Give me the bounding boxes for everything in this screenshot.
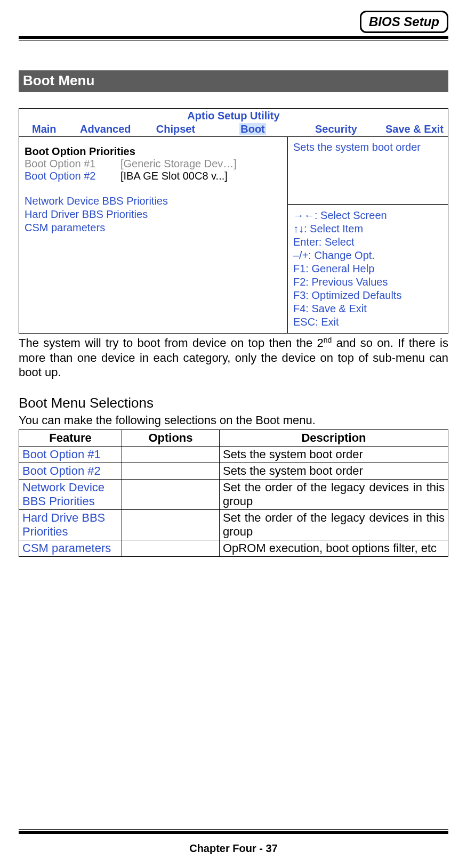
selections-lead: You can make the following selections on…: [19, 413, 448, 427]
tab-security[interactable]: Security: [315, 123, 385, 135]
cell-feature: Network Device BBS Priorities: [19, 479, 122, 509]
key-f2: F2: Previous Values: [293, 275, 442, 289]
key-screen: →←: Select Screen: [293, 209, 442, 222]
tab-save-exit[interactable]: Save & Exit: [385, 123, 444, 135]
key-change: –/+: Change Opt.: [293, 249, 442, 262]
cell-options: [122, 540, 220, 556]
footer-rule: [19, 829, 448, 834]
header-rule: [19, 36, 448, 41]
cell-description: Set the order of the legacy devices in t…: [220, 509, 448, 540]
cell-feature: Boot Option #1: [19, 446, 122, 463]
cell-options: [122, 463, 220, 479]
para-pre: The system will try to boot from device …: [19, 336, 324, 350]
table-row: Boot Option #2 Sets the system boot orde…: [19, 463, 448, 479]
key-f4: F4: Save & Exit: [293, 302, 442, 315]
tab-chipset[interactable]: Chipset: [156, 123, 239, 135]
header-badge: BIOS Setup: [360, 11, 448, 33]
bios-help-text: Sets the system boot order: [288, 137, 448, 205]
network-bbs-item[interactable]: Network Device BBS Priorities: [25, 195, 282, 207]
col-description: Description: [220, 429, 448, 446]
boot-option-2-value: [IBA GE Slot 00C8 v...]: [120, 170, 228, 182]
cell-feature: Hard Drive BBS Priorities: [19, 509, 122, 540]
boot-option-1-value: [Generic Storage Dev…]: [120, 158, 237, 170]
bios-key-legend: →←: Select Screen ↑↓: Select Item Enter:…: [288, 205, 448, 333]
bios-panel: Aptio Setup Utility Main Advanced Chipse…: [19, 108, 448, 334]
cell-options: [122, 446, 220, 463]
col-feature: Feature: [19, 429, 122, 446]
cell-description: OpROM execution, boot options filter, et…: [220, 540, 448, 556]
cell-description: Set the order of the legacy devices in t…: [220, 479, 448, 509]
cell-options: [122, 509, 220, 540]
key-enter: Enter: Select: [293, 236, 442, 249]
cell-description: Sets the system boot order: [220, 463, 448, 479]
bios-title: Aptio Setup Utility: [19, 109, 448, 123]
selections-heading: Boot Menu Selections: [19, 395, 448, 411]
cell-description: Sets the system boot order: [220, 446, 448, 463]
boot-option-1-row[interactable]: Boot Option #1 [Generic Storage Dev…]: [25, 158, 282, 170]
bios-left-pane: Boot Option Priorities Boot Option #1 [G…: [19, 137, 287, 333]
body-paragraph: The system will try to boot from device …: [19, 336, 448, 380]
selections-table: Feature Options Description Boot Option …: [19, 429, 448, 557]
table-row: CSM parameters OpROM execution, boot opt…: [19, 540, 448, 556]
key-f1: F1: General Help: [293, 262, 442, 275]
table-row: Boot Option #1 Sets the system boot orde…: [19, 446, 448, 463]
tab-main[interactable]: Main: [32, 123, 80, 135]
cell-feature: CSM parameters: [19, 540, 122, 556]
col-options: Options: [122, 429, 220, 446]
section-title-bar: Boot Menu: [19, 70, 448, 92]
boot-priorities-header: Boot Option Priorities: [25, 145, 282, 158]
boot-option-1-label: Boot Option #1: [25, 158, 120, 170]
hard-bbs-item[interactable]: Hard Driver BBS Priorities: [25, 208, 282, 221]
key-item: ↑↓: Select Item: [293, 222, 442, 236]
tab-boot[interactable]: Boot: [239, 123, 266, 135]
bios-tab-row: Main Advanced Chipset Boot Security Save…: [19, 123, 448, 136]
key-f3: F3: Optimized Defaults: [293, 289, 442, 302]
tab-advanced[interactable]: Advanced: [80, 123, 156, 135]
footer-text: Chapter Four - 37: [19, 842, 448, 855]
boot-option-2-row[interactable]: Boot Option #2 [IBA GE Slot 00C8 v...]: [25, 170, 282, 182]
csm-item[interactable]: CSM parameters: [25, 222, 282, 234]
boot-option-2-label: Boot Option #2: [25, 170, 120, 182]
para-sup: nd: [324, 336, 332, 344]
cell-options: [122, 479, 220, 509]
cell-feature: Boot Option #2: [19, 463, 122, 479]
table-row: Hard Drive BBS Priorities Set the order …: [19, 509, 448, 540]
key-esc: ESC: Exit: [293, 315, 442, 329]
table-row: Network Device BBS Priorities Set the or…: [19, 479, 448, 509]
